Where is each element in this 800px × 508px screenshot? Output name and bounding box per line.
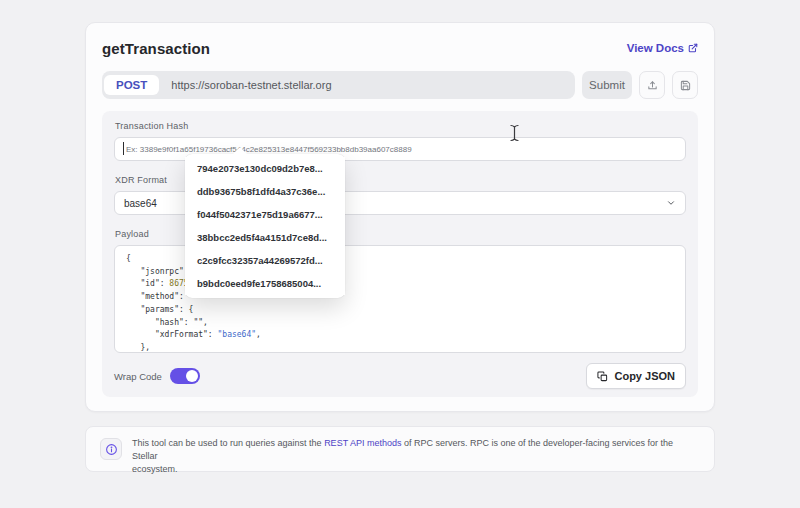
chevron-down-icon	[666, 198, 676, 208]
info-icon	[105, 443, 118, 456]
external-link-icon	[688, 43, 698, 53]
save-icon	[680, 80, 691, 91]
panel-footer: Wrap Code Copy JSON	[114, 363, 686, 389]
code-line: "hash": "",	[126, 317, 674, 330]
upload-icon	[647, 80, 658, 91]
submit-button[interactable]: Submit	[582, 71, 632, 99]
hash-suggestion-item[interactable]: f044f5042371e75d19a6677...	[185, 203, 345, 226]
info-text-line2: ecosystem.	[132, 464, 178, 474]
copy-json-button[interactable]: Copy JSON	[586, 363, 686, 389]
info-note-card: This tool can be used to run queries aga…	[85, 426, 715, 472]
request-row: POST https://soroban-testnet.stellar.org…	[102, 71, 698, 99]
card-header: getTransaction View Docs	[102, 38, 698, 58]
request-url-bar: POST https://soroban-testnet.stellar.org	[102, 71, 575, 99]
code-line: "params": {	[126, 304, 674, 317]
hash-suggestions-list: 794e2073e130dc09d2b7e8...ddb93675b8f1dfd…	[185, 157, 345, 295]
tx-hash-label: Transaction Hash	[115, 121, 685, 131]
hash-suggestions-dropdown: 794e2073e130dc09d2b7e8...ddb93675b8f1dfd…	[185, 154, 345, 298]
view-docs-label: View Docs	[627, 42, 684, 54]
wrap-code-toggle[interactable]	[170, 368, 200, 384]
view-docs-link[interactable]: View Docs	[627, 42, 698, 54]
code-line: "xdrFormat": "base64",	[126, 329, 674, 342]
copy-json-label: Copy JSON	[614, 370, 675, 382]
info-text-before: This tool can be used to run queries aga…	[132, 438, 324, 448]
info-icon-box	[100, 438, 122, 460]
hash-suggestion-item[interactable]: 38bbcc2ed5f4a4151d7ce8d...	[185, 226, 345, 249]
hash-suggestion-item[interactable]: b9bdc0eed9fe1758685004...	[185, 272, 345, 295]
toggle-knob	[186, 370, 198, 382]
page-title: getTransaction	[102, 40, 210, 57]
text-caret	[123, 142, 124, 155]
http-method-badge: POST	[104, 75, 159, 95]
code-line: },	[126, 342, 674, 353]
hash-suggestion-item[interactable]: c2c9fcc32357a44269572fd...	[185, 249, 345, 272]
save-button[interactable]	[672, 71, 698, 99]
copy-icon	[597, 371, 608, 382]
wrap-code-group: Wrap Code	[114, 368, 200, 384]
wrap-code-label: Wrap Code	[114, 371, 162, 382]
xdr-format-value: base64	[124, 198, 157, 209]
hash-suggestion-item[interactable]: 794e2073e130dc09d2b7e8...	[185, 157, 345, 180]
endpoint-card: getTransaction View Docs POST https://so…	[85, 22, 715, 412]
info-note-text: This tool can be used to run queries aga…	[132, 437, 700, 461]
share-button[interactable]	[639, 71, 665, 99]
rest-api-methods-link[interactable]: REST API methods	[324, 438, 401, 448]
request-url: https://soroban-testnet.stellar.org	[171, 79, 331, 91]
hash-suggestion-item[interactable]: ddb93675b8f1dfd4a37c36e...	[185, 180, 345, 203]
